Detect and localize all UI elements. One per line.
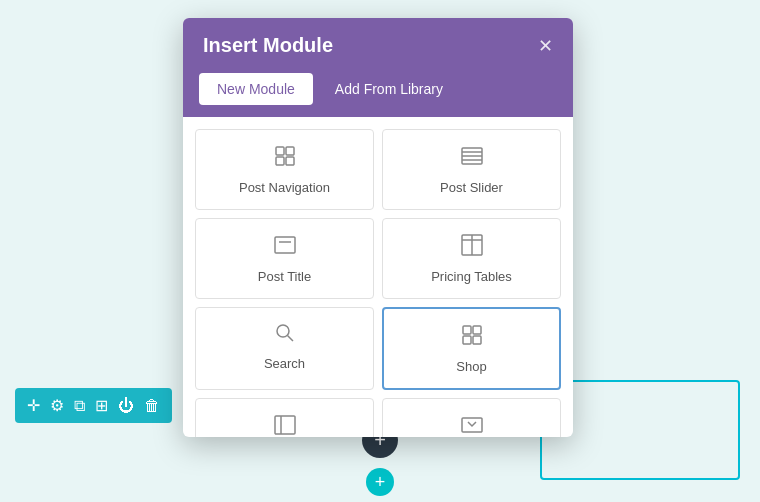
module-card-search[interactable]: Search (195, 307, 374, 390)
svg-rect-19 (275, 416, 295, 434)
insert-module-modal: Insert Module ✕ New Module Add From Libr… (183, 18, 573, 437)
svg-rect-18 (473, 336, 481, 344)
tab-new-module[interactable]: New Module (199, 73, 313, 105)
module-grid: Post NavigationPost SliderPost TitlePric… (183, 117, 573, 437)
post-slider-label: Post Slider (440, 180, 503, 195)
post-title-label: Post Title (258, 269, 311, 284)
modal-title: Insert Module (203, 34, 333, 57)
disable-icon[interactable]: ⏻ (118, 397, 134, 415)
module-card-post-title[interactable]: Post Title (195, 218, 374, 299)
modal-close-button[interactable]: ✕ (538, 35, 553, 57)
svg-rect-0 (276, 147, 284, 155)
svg-rect-15 (463, 326, 471, 334)
left-toolbar: ✛ ⚙ ⧉ ⊞ ⏻ 🗑 (15, 388, 172, 423)
module-card-slider[interactable]: Slider (382, 398, 561, 437)
add-module-button-teal[interactable]: + (366, 468, 394, 496)
svg-rect-17 (463, 336, 471, 344)
clone-icon[interactable]: ⧉ (74, 397, 85, 415)
grid-icon[interactable]: ⊞ (95, 396, 108, 415)
modal-tabs: New Module Add From Library (183, 73, 573, 117)
settings-icon[interactable]: ⚙ (50, 396, 64, 415)
delete-icon[interactable]: 🗑 (144, 397, 160, 415)
svg-rect-16 (473, 326, 481, 334)
svg-point-13 (277, 325, 289, 337)
module-card-shop[interactable]: Shop (382, 307, 561, 390)
module-card-sidebar[interactable]: Sidebar (195, 398, 374, 437)
shop-label: Shop (456, 359, 486, 374)
svg-rect-2 (276, 157, 284, 165)
svg-rect-3 (286, 157, 294, 165)
pricing-tables-icon (460, 233, 484, 261)
post-title-icon (273, 233, 297, 261)
svg-rect-1 (286, 147, 294, 155)
post-navigation-label: Post Navigation (239, 180, 330, 195)
module-card-post-navigation[interactable]: Post Navigation (195, 129, 374, 210)
pricing-tables-label: Pricing Tables (431, 269, 512, 284)
shop-icon (460, 323, 484, 351)
post-navigation-icon (273, 144, 297, 172)
slider-icon (460, 413, 484, 437)
search-label: Search (264, 356, 305, 371)
svg-rect-8 (275, 237, 295, 253)
module-card-post-slider[interactable]: Post Slider (382, 129, 561, 210)
plus-icon-teal: + (375, 472, 386, 493)
move-icon[interactable]: ✛ (27, 396, 40, 415)
modal-header: Insert Module ✕ (183, 18, 573, 73)
module-card-pricing-tables[interactable]: Pricing Tables (382, 218, 561, 299)
search-icon (274, 322, 296, 348)
svg-line-14 (287, 336, 293, 342)
post-slider-icon (460, 144, 484, 172)
sidebar-icon (273, 413, 297, 437)
tab-add-from-library[interactable]: Add From Library (317, 73, 461, 105)
